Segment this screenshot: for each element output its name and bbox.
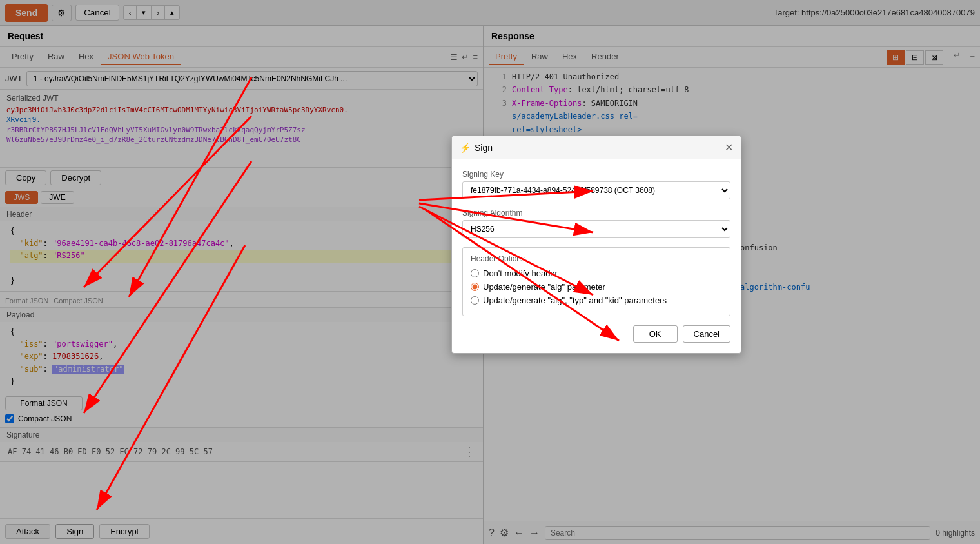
- option2-radio[interactable]: [471, 283, 479, 291]
- modal-title-bar: ⚡ Sign ✕: [452, 136, 741, 159]
- modal-footer: OK Cancel: [462, 325, 730, 343]
- signing-alg-select[interactable]: HS256: [462, 220, 730, 238]
- option1-label: Don't modify header: [483, 268, 558, 278]
- header-options-group: Header Options Don't modify header Updat…: [462, 247, 730, 316]
- option3-radio[interactable]: [471, 296, 479, 305]
- modal-body: Signing Key fe1879fb-771a-4434-a894-5241…: [452, 159, 741, 353]
- modal-ok-button[interactable]: OK: [633, 325, 678, 343]
- signing-key-select[interactable]: fe1879fb-771a-4434-a894-52412f589738 (OC…: [462, 181, 730, 199]
- signing-alg-group: Signing Algorithm HS256: [462, 208, 730, 238]
- signing-key-group: Signing Key fe1879fb-771a-4434-a894-5241…: [462, 170, 730, 199]
- option3-row: Update/generate "alg", "typ" and "kid" p…: [471, 296, 722, 305]
- header-options-label: Header Options: [471, 254, 722, 263]
- signing-key-label: Signing Key: [462, 170, 730, 179]
- modal-close-button[interactable]: ✕: [725, 141, 733, 154]
- signing-alg-label: Signing Algorithm: [462, 208, 730, 217]
- option1-radio[interactable]: [471, 269, 479, 277]
- option1-row: Don't modify header: [471, 268, 722, 278]
- option2-row: Update/generate "alg" parameter: [471, 282, 722, 292]
- option3-label: Update/generate "alg", "typ" and "kid" p…: [483, 296, 667, 305]
- sign-modal: ⚡ Sign ✕ Signing Key fe1879fb-771a-4434-…: [451, 136, 741, 354]
- option2-label: Update/generate "alg" parameter: [483, 282, 605, 292]
- modal-cancel-button[interactable]: Cancel: [683, 325, 730, 343]
- modal-title: Sign: [475, 143, 725, 153]
- modal-lightning-icon: ⚡: [460, 143, 471, 153]
